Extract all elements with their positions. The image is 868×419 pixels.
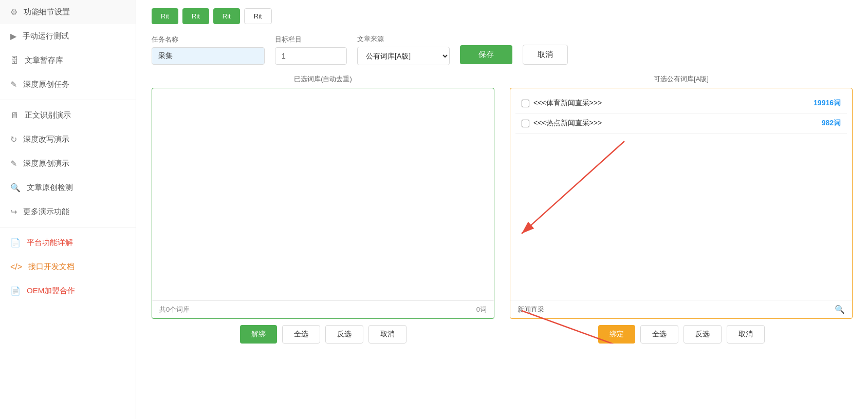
left-panel-actions: 解绑 全选 反选 取消 xyxy=(152,325,494,344)
right-panel-title: 可选公有词库[A版] xyxy=(510,74,853,84)
item-count-2: 982词 xyxy=(822,119,841,128)
sidebar: ⚙ 功能细节设置 ▶ 手动运行测试 🗄 文章暂存库 ✎ 深度原创任务 🖥 正文识… xyxy=(0,0,136,419)
divider-1 xyxy=(0,100,136,100)
sidebar-item-label: 平台功能详解 xyxy=(27,238,73,247)
left-cancel-button[interactable]: 取消 xyxy=(368,325,407,344)
sidebar-item-deep-rewrite[interactable]: ↻ 深度改写演示 xyxy=(0,127,136,151)
monitor-icon: 🖥 xyxy=(10,111,19,120)
sidebar-item-label: 深度原创任务 xyxy=(23,80,69,89)
left-invert-button[interactable]: 反选 xyxy=(325,325,363,344)
left-panel-footer: 共0个词库 0词 xyxy=(152,300,494,318)
target-column-group: 目标栏目 xyxy=(275,35,347,65)
right-panel-actions: 绑定 全选 反选 取消 xyxy=(510,325,853,344)
target-column-input[interactable] xyxy=(275,47,347,65)
sidebar-item-deep-original-demo[interactable]: ✎ 深度原创演示 xyxy=(0,151,136,176)
edit-icon: ✎ xyxy=(10,80,17,89)
sidebar-item-label: 接口开发文档 xyxy=(28,262,75,272)
unbind-button[interactable]: 解绑 xyxy=(240,325,277,344)
sidebar-item-label: 文章原创检测 xyxy=(27,183,73,193)
sidebar-item-deep-original[interactable]: ✎ 深度原创任务 xyxy=(0,72,136,97)
left-select-all-button[interactable]: 全选 xyxy=(282,325,320,344)
list-item-1: <<<体育新闻直采>>> 19916词 xyxy=(515,93,847,113)
sidebar-item-more-demo[interactable]: ↪ 更多演示功能 xyxy=(0,200,136,224)
sidebar-item-label: OEM加盟合作 xyxy=(27,286,75,296)
left-panel-box: 共0个词库 0词 xyxy=(152,88,494,319)
sidebar-item-manual-run[interactable]: ▶ 手动运行测试 xyxy=(0,24,136,48)
item-label-2: <<<热点新闻直采>>> xyxy=(533,119,818,128)
bind-button[interactable]: 绑定 xyxy=(598,325,635,344)
panels-area: 已选词库(自动去重) 共0个词库 0词 解绑 全选 反选 取消 xyxy=(152,74,853,344)
refresh-icon: ↻ xyxy=(10,135,17,144)
gear-icon: ⚙ xyxy=(10,7,17,17)
left-footer-count: 共0个词库 xyxy=(159,305,190,314)
item-label-1: <<<体育新闻直采>>> xyxy=(533,99,809,108)
divider-2 xyxy=(0,227,136,227)
code-icon: </> xyxy=(10,262,22,272)
doc2-icon: 📄 xyxy=(10,286,21,296)
sidebar-item-article-draft[interactable]: 🗄 文章暂存库 xyxy=(0,48,136,72)
doc-icon: 📄 xyxy=(10,238,21,247)
top-buttons-row: Rit Rit Rit Rit xyxy=(152,0,853,24)
sidebar-item-feature-settings[interactable]: ⚙ 功能细节设置 xyxy=(0,0,136,24)
target-column-label: 目标栏目 xyxy=(275,35,347,44)
forward-icon: ↪ xyxy=(10,207,17,217)
sidebar-item-oem[interactable]: 📄 OEM加盟合作 xyxy=(0,279,136,303)
item-count-1: 19916词 xyxy=(814,99,841,108)
list-item-2: <<<热点新闻直采>>> 982词 xyxy=(515,113,847,134)
right-cancel-button[interactable]: 取消 xyxy=(727,325,765,344)
top-btn-2[interactable]: Rit xyxy=(182,8,209,24)
right-invert-button[interactable]: 反选 xyxy=(684,325,722,344)
article-source-group: 文章来源 公有词库[A版] 私有词库 其他 xyxy=(357,34,450,65)
sidebar-item-article-check[interactable]: 🔍 文章原创检测 xyxy=(0,176,136,200)
sidebar-item-platform-detail[interactable]: 📄 平台功能详解 xyxy=(0,231,136,255)
right-panel-box: <<<体育新闻直采>>> 19916词 <<<热点新闻直采>>> 982词 新闻… xyxy=(510,88,853,319)
right-panel-content: <<<体育新闻直采>>> 19916词 <<<热点新闻直采>>> 982词 xyxy=(510,88,852,300)
top-btn-1[interactable]: Rit xyxy=(152,8,178,24)
sidebar-item-label: 深度改写演示 xyxy=(23,135,69,144)
search-text: 新闻直采 xyxy=(518,305,544,314)
main-content: Rit Rit Rit Rit 任务名称 目标栏目 文章来源 公有词库[A版] … xyxy=(136,0,868,419)
search-icon[interactable]: 🔍 xyxy=(835,304,845,314)
checkbox-2[interactable] xyxy=(522,120,529,127)
top-btn-4[interactable]: Rit xyxy=(244,8,272,24)
right-select-all-button[interactable]: 全选 xyxy=(640,325,678,344)
left-footer-words: 0词 xyxy=(476,305,487,314)
database-icon: 🗄 xyxy=(10,56,19,65)
task-name-group: 任务名称 xyxy=(152,35,265,65)
sidebar-item-label: 功能细节设置 xyxy=(24,7,70,17)
left-panel-content xyxy=(152,88,494,300)
right-panel-search-footer: 新闻直采 🔍 xyxy=(510,300,852,318)
save-button[interactable]: 保存 xyxy=(460,45,512,64)
left-panel-title: 已选词库(自动去重) xyxy=(152,74,494,84)
sidebar-item-label: 正文识别演示 xyxy=(25,110,71,120)
play-icon: ▶ xyxy=(10,31,16,41)
sidebar-item-label: 手动运行测试 xyxy=(23,31,69,41)
search-icon: 🔍 xyxy=(10,183,21,193)
edit2-icon: ✎ xyxy=(10,159,17,168)
left-panel: 已选词库(自动去重) 共0个词库 0词 解绑 全选 反选 取消 xyxy=(152,74,494,344)
checkbox-1[interactable] xyxy=(522,100,529,107)
article-source-label: 文章来源 xyxy=(357,34,450,44)
task-name-input[interactable] xyxy=(152,47,265,65)
cancel-button[interactable]: 取消 xyxy=(523,45,568,65)
sidebar-item-label: 深度原创演示 xyxy=(23,159,69,168)
right-panel: 可选公有词库[A版] <<<体育新闻直采>>> 19916词 <<<热点新闻直采… xyxy=(510,74,853,344)
top-btn-3[interactable]: Rit xyxy=(213,8,240,24)
sidebar-item-label: 更多演示功能 xyxy=(23,207,69,217)
form-bar: 任务名称 目标栏目 文章来源 公有词库[A版] 私有词库 其他 保存 取消 xyxy=(152,24,853,74)
sidebar-item-label: 文章暂存库 xyxy=(25,55,63,65)
sidebar-item-text-recognize[interactable]: 🖥 正文识别演示 xyxy=(0,103,136,127)
sidebar-item-api-doc[interactable]: </> 接口开发文档 xyxy=(0,255,136,279)
article-source-select[interactable]: 公有词库[A版] 私有词库 其他 xyxy=(357,47,450,65)
task-name-label: 任务名称 xyxy=(152,35,265,44)
